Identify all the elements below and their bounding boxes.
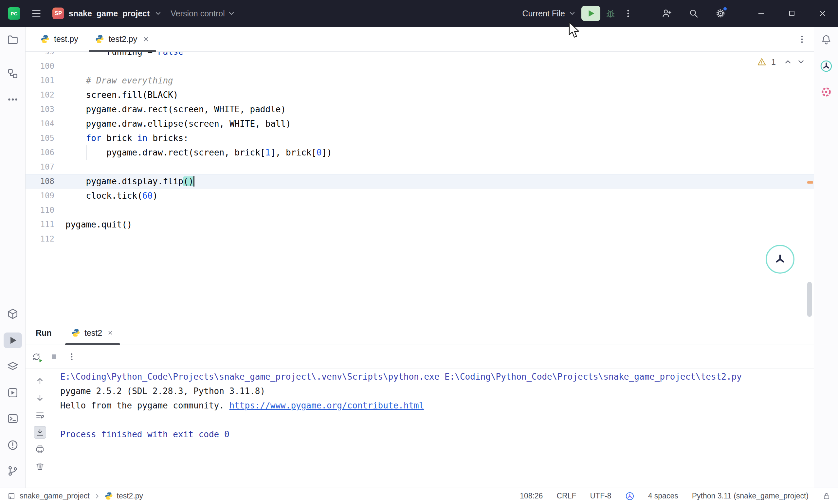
run-button[interactable]: [581, 6, 600, 21]
run-panel-header: Run test2: [25, 321, 814, 345]
line-number[interactable]: 107: [25, 160, 66, 174]
python-icon: [95, 35, 104, 43]
python-console-tool-button[interactable]: [4, 385, 22, 400]
maximize-button[interactable]: [777, 0, 807, 27]
next-occurrence-button[interactable]: [34, 392, 46, 404]
console-line: [60, 413, 804, 427]
chevron-down-icon: [568, 10, 576, 17]
project-badge: SP: [52, 7, 64, 19]
tab-test-py[interactable]: test.py: [32, 27, 87, 51]
line-number[interactable]: 111: [25, 217, 66, 232]
arrow-up-icon: [35, 376, 45, 386]
plugin-flower-button[interactable]: [817, 84, 835, 100]
project-widget[interactable]: SP snake_game_project: [52, 7, 162, 19]
problems-tool-button[interactable]: [4, 437, 22, 453]
code-line: 99 running = False: [25, 52, 814, 59]
run-config-selector[interactable]: Current File: [522, 9, 576, 18]
ai-status-button[interactable]: [625, 491, 635, 501]
maximize-icon: [787, 9, 797, 18]
settings-button[interactable]: [713, 6, 728, 21]
project-tool-button[interactable]: [4, 32, 22, 48]
breadcrumb-project[interactable]: snake_game_project: [20, 491, 90, 500]
services-icon: [6, 360, 19, 373]
version-control-tool-button[interactable]: [4, 463, 22, 479]
rerun-button[interactable]: [31, 351, 42, 362]
line-number[interactable]: 109: [25, 188, 66, 203]
scrollbar-caret-mark: [807, 181, 813, 184]
clear-console-button[interactable]: [34, 460, 46, 472]
run-tab-close-button[interactable]: [107, 329, 113, 336]
tool-window-icon[interactable]: [7, 492, 16, 500]
ai-assistant-tool-button[interactable]: [817, 58, 835, 74]
console-link[interactable]: https://www.pygame.org/contribute.html: [230, 400, 424, 410]
line-number[interactable]: 110: [25, 203, 66, 217]
line-number[interactable]: 105: [25, 131, 66, 145]
ai-assistant-float-button[interactable]: [766, 245, 795, 274]
run-more-button[interactable]: [621, 6, 636, 21]
code-line: 112: [25, 232, 814, 246]
inspection-count: 1: [771, 57, 776, 67]
terminal-tool-button[interactable]: [4, 411, 22, 427]
tab-close-button[interactable]: [142, 36, 149, 43]
debug-icon: [605, 8, 616, 19]
breadcrumb: snake_game_project test2.py: [7, 491, 143, 500]
services-tool-button[interactable]: [4, 359, 22, 374]
indent-widget[interactable]: 4 spaces: [648, 491, 678, 500]
line-number[interactable]: 108: [25, 174, 66, 188]
python-packages-tool-button[interactable]: [4, 306, 22, 322]
main-menu-button[interactable]: [29, 6, 44, 21]
tab-options-button[interactable]: [798, 35, 806, 44]
line-number[interactable]: 106: [25, 145, 66, 160]
line-number[interactable]: 112: [25, 232, 66, 246]
line-number[interactable]: 103: [25, 102, 66, 116]
ai-logo-icon: [820, 60, 833, 72]
rerun-play-badge: [38, 358, 43, 363]
minimize-button[interactable]: [746, 0, 777, 27]
tab-test2-py[interactable]: test2.py: [87, 27, 158, 51]
run-tab-test2[interactable]: test2: [65, 321, 121, 345]
next-problem-button[interactable]: [797, 58, 805, 66]
print-button[interactable]: [34, 443, 46, 455]
prev-problem-button[interactable]: [784, 58, 792, 66]
console-more-button[interactable]: [66, 351, 77, 362]
console-pane[interactable]: E:\Coding\Python_Code\Projects\snake_gam…: [25, 369, 814, 488]
notifications-button[interactable]: [817, 32, 835, 48]
code-editor[interactable]: 99 running = False100101 # Draw everythi…: [25, 52, 814, 321]
warning-icon: [757, 57, 767, 67]
code-line: 107: [25, 160, 814, 174]
debug-button[interactable]: [603, 6, 618, 21]
version-control-widget[interactable]: Version control: [171, 9, 235, 18]
line-number[interactable]: 99: [25, 52, 66, 59]
run-tool-button[interactable]: [4, 332, 22, 348]
line-number[interactable]: 104: [25, 116, 66, 131]
line-number[interactable]: 100: [25, 59, 66, 73]
more-tools-button[interactable]: [4, 92, 22, 107]
code-line: 108 pygame.display.flip(): [25, 174, 814, 188]
code-with-me-button[interactable]: [659, 6, 674, 21]
editor-scrollbar[interactable]: [807, 282, 812, 317]
lock-icon[interactable]: [822, 492, 831, 500]
chevron-down-icon: [154, 10, 162, 17]
line-ending-widget[interactable]: CRLF: [556, 491, 576, 500]
scroll-to-end-button[interactable]: [34, 426, 46, 438]
python-icon: [72, 328, 80, 337]
search-everywhere-button[interactable]: [686, 6, 701, 21]
prev-occurrence-button[interactable]: [34, 375, 46, 387]
python-icon: [40, 35, 50, 43]
structure-tool-button[interactable]: [4, 66, 22, 82]
breadcrumb-file[interactable]: test2.py: [117, 491, 143, 500]
run-toolbar: [25, 345, 814, 369]
line-number[interactable]: 102: [25, 88, 66, 102]
encoding-widget[interactable]: UTF-8: [590, 491, 611, 500]
status-bar: snake_game_project test2.py 108:26 CRLF …: [0, 488, 838, 504]
python-console-icon: [6, 386, 19, 399]
inspection-widget[interactable]: 1: [757, 57, 805, 67]
close-button[interactable]: [807, 0, 838, 27]
stop-button[interactable]: [49, 351, 59, 362]
caret-position-widget[interactable]: 108:26: [520, 491, 543, 500]
soft-wrap-icon: [35, 410, 45, 420]
interpreter-widget[interactable]: Python 3.11 (snake_game_project): [692, 491, 808, 500]
line-number[interactable]: 101: [25, 73, 66, 88]
soft-wrap-button[interactable]: [34, 409, 46, 421]
more-icon: [7, 94, 18, 105]
